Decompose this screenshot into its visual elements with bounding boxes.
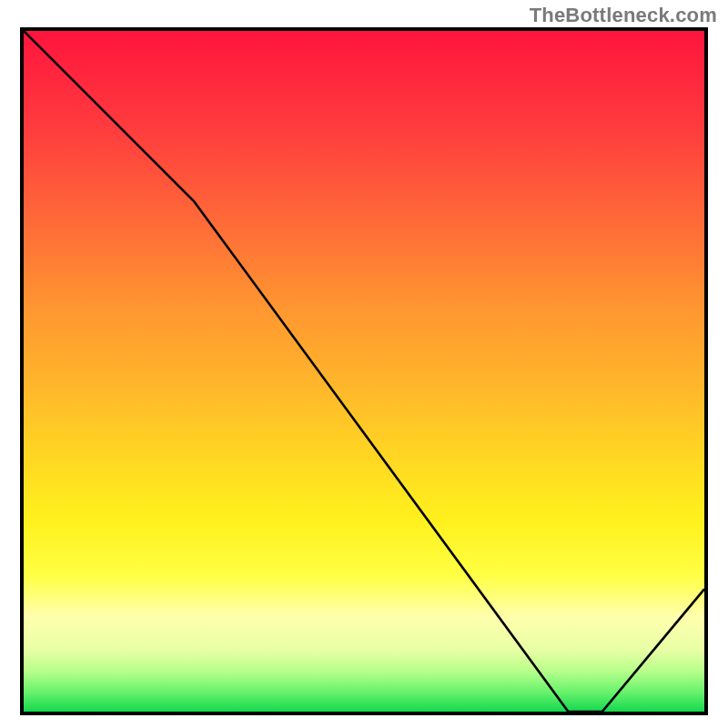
watermark-text: TheBottleneck.com: [530, 4, 717, 27]
chart-container: TheBottleneck.com: [0, 0, 728, 728]
plot-frame: [20, 27, 708, 715]
data-line-layer: [24, 31, 704, 712]
data-line: [24, 31, 704, 712]
